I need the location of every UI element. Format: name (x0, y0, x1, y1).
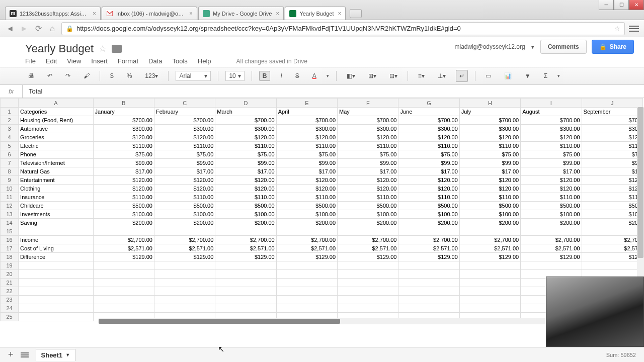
cell[interactable]: $75.00 (459, 150, 520, 159)
row-header[interactable]: 15 (1, 227, 19, 236)
cell[interactable]: $99.00 (521, 159, 582, 167)
cell[interactable]: $2,700.00 (459, 236, 520, 244)
cell[interactable]: $129.00 (215, 253, 276, 261)
cell[interactable]: Insurance (19, 193, 93, 202)
cell[interactable] (19, 287, 93, 296)
cell[interactable]: $500.00 (521, 202, 582, 210)
cell[interactable]: $120.00 (459, 176, 520, 185)
browser-tab[interactable]: Inbox (106) - mladwig@odys × (102, 7, 197, 20)
cell[interactable]: $300.00 (215, 125, 276, 133)
cell[interactable]: $110.00 (338, 193, 398, 202)
cell[interactable]: $120.00 (338, 133, 398, 142)
row-header[interactable]: 3 (1, 125, 19, 133)
row-header[interactable]: 17 (1, 244, 19, 253)
column-header[interactable]: D (215, 99, 276, 108)
cell[interactable]: $17.00 (276, 167, 337, 176)
cell[interactable]: $100.00 (459, 210, 520, 219)
cell[interactable]: $120.00 (276, 133, 337, 142)
back-button[interactable]: ◄ (5, 24, 15, 34)
cell[interactable] (19, 270, 93, 279)
menu-help[interactable]: Help (198, 57, 211, 65)
row-header[interactable]: 9 (1, 176, 19, 185)
cell[interactable] (398, 287, 459, 296)
cell[interactable] (19, 304, 93, 313)
new-tab-button[interactable] (350, 9, 362, 18)
cell[interactable]: $100.00 (93, 210, 154, 219)
italic-button[interactable]: I (277, 70, 285, 81)
cell[interactable]: $120.00 (93, 176, 154, 185)
cell[interactable]: $100.00 (398, 210, 459, 219)
cell[interactable] (276, 287, 337, 296)
cell[interactable]: $100.00 (521, 210, 582, 219)
cell[interactable] (215, 227, 276, 236)
column-header[interactable]: B (93, 99, 154, 108)
cell[interactable]: $99.00 (398, 159, 459, 167)
cell[interactable]: $110.00 (459, 193, 520, 202)
row-header[interactable]: 24 (1, 304, 19, 313)
row-header[interactable]: 16 (1, 236, 19, 244)
cell[interactable]: $110.00 (93, 142, 154, 150)
cell[interactable]: $200.00 (521, 219, 582, 227)
cell[interactable]: $100 (582, 210, 642, 219)
cell[interactable]: $700.00 (338, 116, 398, 125)
cell[interactable]: $500.00 (215, 202, 276, 210)
cell[interactable]: $500.00 (276, 202, 337, 210)
cell[interactable] (459, 279, 520, 287)
cell[interactable]: March (215, 108, 276, 116)
cell[interactable]: $2,571.00 (459, 244, 520, 253)
cell[interactable] (276, 279, 337, 287)
currency-button[interactable]: $ (107, 70, 117, 81)
cell[interactable]: Automotive (19, 125, 93, 133)
row-header[interactable]: 8 (1, 167, 19, 176)
cell[interactable] (398, 227, 459, 236)
cell[interactable] (19, 313, 93, 321)
cell[interactable] (276, 227, 337, 236)
print-icon[interactable]: 🖶 (25, 70, 37, 81)
cell[interactable]: $2,571.00 (338, 244, 398, 253)
cell[interactable]: $120.00 (338, 176, 398, 185)
cell[interactable]: $2,700.00 (338, 236, 398, 244)
cell[interactable]: $500.00 (398, 202, 459, 210)
row-header[interactable]: 19 (1, 261, 19, 270)
cell[interactable] (276, 261, 337, 270)
row-header[interactable]: 6 (1, 150, 19, 159)
cell[interactable]: $120 (582, 185, 642, 193)
menu-tools[interactable]: Tools (172, 57, 187, 65)
redo-icon[interactable]: ↷ (62, 70, 73, 81)
cell[interactable]: $2,571.00 (276, 244, 337, 253)
browser-tab[interactable]: My Drive - Google Drive × (198, 7, 284, 20)
cell[interactable]: $500.00 (93, 202, 154, 210)
cell[interactable]: January (93, 108, 154, 116)
cell[interactable]: $110 (582, 142, 642, 150)
merge-icon[interactable]: ⊟▾ (386, 70, 400, 81)
cell[interactable] (459, 296, 520, 304)
cell[interactable] (154, 270, 215, 279)
bookmark-star-icon[interactable]: ☆ (614, 25, 620, 32)
cell[interactable]: $2,571.00 (215, 244, 276, 253)
close-icon[interactable]: × (338, 10, 341, 17)
cell[interactable]: $110.00 (459, 142, 520, 150)
cell[interactable]: Categories (19, 108, 93, 116)
row-header[interactable]: 14 (1, 219, 19, 227)
cell[interactable]: $2,700.00 (215, 236, 276, 244)
column-header[interactable]: I (521, 99, 582, 108)
cell[interactable]: $120.00 (154, 185, 215, 193)
comments-button[interactable]: Comments (540, 40, 587, 54)
row-header[interactable]: 13 (1, 210, 19, 219)
cell[interactable]: Housing (Food, Rent) (19, 116, 93, 125)
cell[interactable] (459, 287, 520, 296)
cell[interactable] (19, 261, 93, 270)
cell[interactable] (338, 270, 398, 279)
cell[interactable] (19, 227, 93, 236)
cell[interactable]: $100.00 (154, 210, 215, 219)
cell[interactable]: $120.00 (276, 176, 337, 185)
row-header[interactable]: 12 (1, 202, 19, 210)
cell[interactable] (215, 287, 276, 296)
paint-format-icon[interactable]: 🖌 (80, 70, 93, 81)
cell[interactable] (338, 296, 398, 304)
row-header[interactable]: 7 (1, 159, 19, 167)
cell[interactable]: Clothing (19, 185, 93, 193)
cell[interactable] (154, 304, 215, 313)
cell[interactable] (582, 227, 642, 236)
cell[interactable]: $700.00 (93, 116, 154, 125)
